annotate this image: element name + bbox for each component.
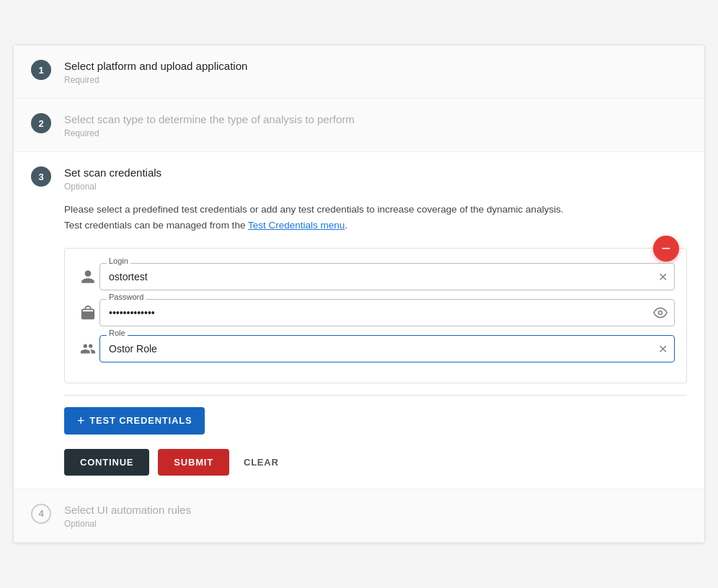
step-2: 2 Select scan type to determine the type… — [14, 99, 704, 152]
step-number-2: 2 — [31, 113, 51, 133]
step-3-subtitle: Optional — [64, 182, 687, 192]
clear-button[interactable]: CLEAR — [238, 449, 285, 476]
step-3-title: Set scan credentials — [64, 165, 687, 180]
role-field-row: Role ✕ — [76, 335, 675, 362]
test-credentials-link[interactable]: Test Credentials menu — [248, 220, 345, 231]
bottom-actions: CONTINUE SUBMIT CLEAR — [64, 449, 687, 476]
step-3-content: Set scan credentials Optional Please sel… — [64, 165, 687, 475]
step-2-title: Select scan type to determine the type o… — [64, 112, 687, 127]
step-number-4: 4 — [31, 504, 51, 524]
password-icon — [76, 305, 99, 321]
add-test-credentials-button[interactable]: + TEST CREDENTIALS — [64, 407, 205, 435]
step-1: 1 Select platform and upload application… — [14, 45, 704, 99]
role-input-wrap: Role ✕ — [99, 335, 675, 362]
step-4-subtitle: Optional — [64, 519, 687, 529]
step-number-1: 1 — [31, 60, 51, 80]
login-input[interactable] — [99, 263, 675, 290]
step-4-title: Select UI automation rules — [64, 502, 687, 517]
role-clear-icon[interactable]: ✕ — [658, 342, 668, 355]
step-number-3: 3 — [31, 166, 51, 187]
login-field-row: Login ✕ — [76, 263, 675, 290]
step-1-subtitle: Required — [64, 75, 687, 85]
svg-rect-3 — [82, 309, 94, 313]
step-1-title: Select platform and upload application — [64, 58, 687, 74]
password-input[interactable] — [99, 299, 675, 326]
password-field-row: Password — [76, 299, 675, 326]
step-3-description: Please select a predefined test credenti… — [64, 202, 687, 233]
remove-credential-button[interactable]: − — [653, 236, 679, 262]
section-divider — [64, 395, 687, 396]
login-clear-icon[interactable]: ✕ — [658, 270, 668, 283]
role-input[interactable] — [99, 335, 675, 362]
continue-button[interactable]: CONTINUE — [64, 449, 149, 476]
password-label: Password — [107, 293, 146, 301]
step-4-content: Select UI automation rules Optional — [64, 502, 687, 529]
step-1-content: Select platform and upload application R… — [64, 58, 687, 85]
password-input-wrap: Password — [99, 299, 675, 326]
svg-point-4 — [659, 311, 662, 314]
step-2-content: Select scan type to determine the type o… — [64, 112, 687, 138]
plus-icon: + — [77, 414, 85, 427]
group-icon — [76, 341, 99, 357]
submit-button[interactable]: SUBMIT — [158, 449, 229, 476]
step-2-subtitle: Required — [64, 128, 687, 138]
login-input-wrap: Login ✕ — [99, 263, 675, 290]
person-icon — [76, 269, 99, 285]
login-label: Login — [107, 257, 130, 265]
step-3: 3 Set scan credentials Optional Please s… — [14, 152, 704, 489]
credential-block: − Login ✕ — [64, 248, 687, 383]
eye-icon[interactable] — [653, 306, 668, 320]
step-3-body: Please select a predefined test credenti… — [64, 202, 687, 475]
step-4: 4 Select UI automation rules Optional — [14, 489, 704, 543]
role-label: Role — [107, 329, 128, 337]
